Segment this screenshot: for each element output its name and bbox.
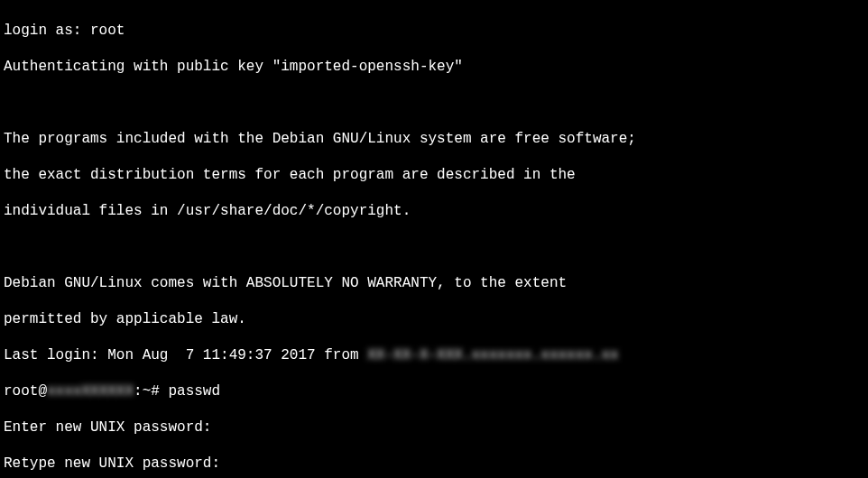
command-passwd: passwd	[168, 383, 220, 400]
login-prompt-line: login as: root	[4, 22, 864, 40]
last-login-prefix: Last login: Mon Aug 7 11:49:37 2017 from	[4, 347, 367, 363]
passwd-retype-line: Retype new UNIX password:	[4, 455, 864, 473]
motd-line-1: The programs included with the Debian GN…	[4, 130, 864, 148]
blank-line	[4, 94, 864, 112]
terminal-output[interactable]: login as: root Authenticating with publi…	[4, 4, 864, 478]
last-login-line: Last login: Mon Aug 7 11:49:37 2017 from…	[4, 346, 864, 364]
last-login-host-blurred: XX-XX-X-XXX.xxxxxxx.xxxxxx.xx	[367, 346, 618, 364]
prompt-host-blurred: xxxxXXXXXX	[47, 382, 134, 400]
prompt-path: :~#	[134, 383, 168, 400]
prompt-line-1: root@xxxxXXXXXX:~# passwd	[4, 382, 864, 400]
motd-line-2: the exact distribution terms for each pr…	[4, 166, 864, 184]
prompt-user: root@	[4, 383, 47, 400]
motd-line-5: permitted by applicable law.	[4, 310, 864, 328]
blank-line	[4, 238, 864, 256]
motd-line-4: Debian GNU/Linux comes with ABSOLUTELY N…	[4, 274, 864, 292]
motd-line-3: individual files in /usr/share/doc/*/cop…	[4, 202, 864, 220]
auth-line: Authenticating with public key "imported…	[4, 58, 864, 76]
passwd-enter-line: Enter new UNIX password:	[4, 418, 864, 437]
